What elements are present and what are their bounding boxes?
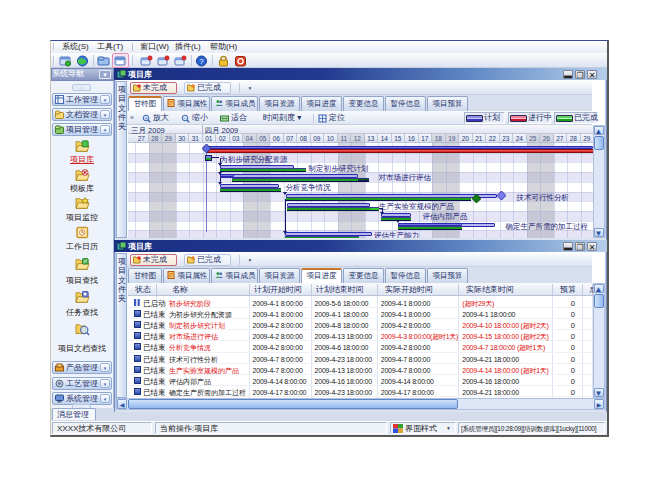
svg-text:?: ?	[199, 57, 204, 66]
svg-text:−: −	[184, 115, 187, 121]
svg-text:+: +	[145, 115, 148, 121]
